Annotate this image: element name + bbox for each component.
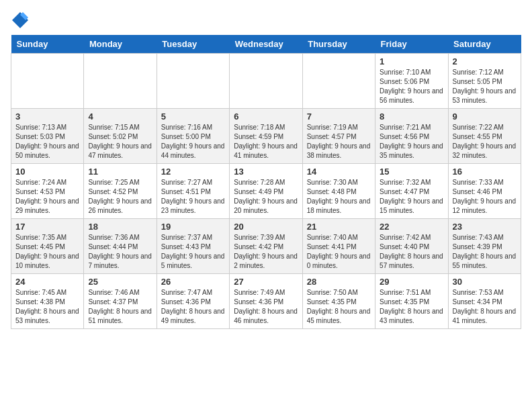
day-info: Sunrise: 7:51 AM Sunset: 4:35 PM Dayligh… xyxy=(380,288,443,326)
day-number: 30 xyxy=(453,277,517,287)
day-number: 2 xyxy=(453,56,517,66)
calendar-cell xyxy=(84,54,157,109)
calendar-cell: 21Sunrise: 7:40 AM Sunset: 4:41 PM Dayli… xyxy=(302,219,375,274)
calendar-week-row: 3Sunrise: 7:13 AM Sunset: 5:03 PM Daylig… xyxy=(11,109,521,164)
day-info: Sunrise: 7:37 AM Sunset: 4:43 PM Dayligh… xyxy=(161,233,225,271)
day-number: 20 xyxy=(234,222,298,232)
day-number: 22 xyxy=(380,222,443,232)
day-number: 9 xyxy=(453,111,517,122)
day-number: 3 xyxy=(15,111,79,122)
day-info: Sunrise: 7:35 AM Sunset: 4:45 PM Dayligh… xyxy=(15,233,79,271)
day-number: 15 xyxy=(380,167,443,177)
day-info: Sunrise: 7:19 AM Sunset: 4:57 PM Dayligh… xyxy=(307,123,371,161)
calendar-cell xyxy=(11,54,84,109)
day-number: 5 xyxy=(161,111,225,122)
day-info: Sunrise: 7:21 AM Sunset: 4:56 PM Dayligh… xyxy=(380,123,443,161)
day-info: Sunrise: 7:53 AM Sunset: 4:34 PM Dayligh… xyxy=(453,288,517,326)
day-info: Sunrise: 7:49 AM Sunset: 4:36 PM Dayligh… xyxy=(234,288,298,326)
calendar-week-row: 24Sunrise: 7:45 AM Sunset: 4:38 PM Dayli… xyxy=(11,274,521,329)
calendar-cell: 29Sunrise: 7:51 AM Sunset: 4:35 PM Dayli… xyxy=(375,274,448,329)
calendar-cell: 19Sunrise: 7:37 AM Sunset: 4:43 PM Dayli… xyxy=(157,219,229,274)
calendar-cell: 17Sunrise: 7:35 AM Sunset: 4:45 PM Dayli… xyxy=(11,219,84,274)
day-info: Sunrise: 7:50 AM Sunset: 4:35 PM Dayligh… xyxy=(307,288,371,326)
day-number: 18 xyxy=(88,222,152,232)
day-of-week-header: Friday xyxy=(375,35,448,54)
day-number: 7 xyxy=(307,111,371,122)
day-number: 14 xyxy=(307,167,371,177)
day-info: Sunrise: 7:32 AM Sunset: 4:47 PM Dayligh… xyxy=(380,178,443,216)
day-info: Sunrise: 7:43 AM Sunset: 4:39 PM Dayligh… xyxy=(453,233,517,271)
day-info: Sunrise: 7:13 AM Sunset: 5:03 PM Dayligh… xyxy=(15,123,79,161)
calendar-cell: 28Sunrise: 7:50 AM Sunset: 4:35 PM Dayli… xyxy=(302,274,375,329)
calendar-cell: 3Sunrise: 7:13 AM Sunset: 5:03 PM Daylig… xyxy=(11,109,84,164)
calendar-cell: 20Sunrise: 7:39 AM Sunset: 4:42 PM Dayli… xyxy=(230,219,302,274)
day-number: 24 xyxy=(15,277,79,287)
calendar-cell: 25Sunrise: 7:46 AM Sunset: 4:37 PM Dayli… xyxy=(84,274,157,329)
calendar-week-row: 10Sunrise: 7:24 AM Sunset: 4:53 PM Dayli… xyxy=(11,164,521,219)
calendar-header-row: SundayMondayTuesdayWednesdayThursdayFrid… xyxy=(11,35,521,54)
day-number: 28 xyxy=(307,277,371,287)
calendar-cell: 9Sunrise: 7:22 AM Sunset: 4:55 PM Daylig… xyxy=(448,109,521,164)
day-info: Sunrise: 7:45 AM Sunset: 4:38 PM Dayligh… xyxy=(15,288,79,326)
calendar-week-row: 1Sunrise: 7:10 AM Sunset: 5:06 PM Daylig… xyxy=(11,54,521,109)
day-number: 16 xyxy=(453,167,517,177)
day-number: 10 xyxy=(15,167,79,177)
day-number: 8 xyxy=(380,111,443,122)
day-info: Sunrise: 7:46 AM Sunset: 4:37 PM Dayligh… xyxy=(88,288,152,326)
calendar-cell: 26Sunrise: 7:47 AM Sunset: 4:36 PM Dayli… xyxy=(157,274,229,329)
day-of-week-header: Monday xyxy=(84,35,157,54)
calendar-cell: 30Sunrise: 7:53 AM Sunset: 4:34 PM Dayli… xyxy=(448,274,521,329)
calendar-cell: 4Sunrise: 7:15 AM Sunset: 5:02 PM Daylig… xyxy=(84,109,157,164)
calendar-cell: 1Sunrise: 7:10 AM Sunset: 5:06 PM Daylig… xyxy=(375,54,448,109)
calendar-cell xyxy=(230,54,302,109)
day-of-week-header: Wednesday xyxy=(230,35,302,54)
calendar-cell: 11Sunrise: 7:25 AM Sunset: 4:52 PM Dayli… xyxy=(84,164,157,219)
day-info: Sunrise: 7:40 AM Sunset: 4:41 PM Dayligh… xyxy=(307,233,371,271)
day-info: Sunrise: 7:22 AM Sunset: 4:55 PM Dayligh… xyxy=(453,123,517,161)
day-number: 29 xyxy=(380,277,443,287)
day-info: Sunrise: 7:24 AM Sunset: 4:53 PM Dayligh… xyxy=(15,178,79,216)
day-of-week-header: Thursday xyxy=(302,35,375,54)
day-number: 11 xyxy=(88,167,152,177)
logo-icon xyxy=(11,11,30,30)
calendar-table: SundayMondayTuesdayWednesdayThursdayFrid… xyxy=(11,35,521,329)
day-number: 26 xyxy=(161,277,225,287)
day-info: Sunrise: 7:33 AM Sunset: 4:46 PM Dayligh… xyxy=(453,178,517,216)
calendar-cell: 24Sunrise: 7:45 AM Sunset: 4:38 PM Dayli… xyxy=(11,274,84,329)
logo xyxy=(11,11,32,30)
calendar-cell: 2Sunrise: 7:12 AM Sunset: 5:05 PM Daylig… xyxy=(448,54,521,109)
calendar-cell: 23Sunrise: 7:43 AM Sunset: 4:39 PM Dayli… xyxy=(448,219,521,274)
calendar-cell: 10Sunrise: 7:24 AM Sunset: 4:53 PM Dayli… xyxy=(11,164,84,219)
day-info: Sunrise: 7:39 AM Sunset: 4:42 PM Dayligh… xyxy=(234,233,298,271)
calendar-cell: 27Sunrise: 7:49 AM Sunset: 4:36 PM Dayli… xyxy=(230,274,302,329)
day-of-week-header: Saturday xyxy=(448,35,521,54)
day-number: 13 xyxy=(234,167,298,177)
calendar-cell: 18Sunrise: 7:36 AM Sunset: 4:44 PM Dayli… xyxy=(84,219,157,274)
day-number: 21 xyxy=(307,222,371,232)
day-number: 25 xyxy=(88,277,152,287)
page-header xyxy=(11,11,521,30)
calendar-cell: 16Sunrise: 7:33 AM Sunset: 4:46 PM Dayli… xyxy=(448,164,521,219)
day-info: Sunrise: 7:47 AM Sunset: 4:36 PM Dayligh… xyxy=(161,288,225,326)
day-info: Sunrise: 7:10 AM Sunset: 5:06 PM Dayligh… xyxy=(380,68,443,105)
calendar-cell xyxy=(157,54,229,109)
day-number: 17 xyxy=(15,222,79,232)
calendar-cell: 15Sunrise: 7:32 AM Sunset: 4:47 PM Dayli… xyxy=(375,164,448,219)
day-info: Sunrise: 7:16 AM Sunset: 5:00 PM Dayligh… xyxy=(161,123,225,161)
day-number: 27 xyxy=(234,277,298,287)
day-info: Sunrise: 7:18 AM Sunset: 4:59 PM Dayligh… xyxy=(234,123,298,161)
day-info: Sunrise: 7:42 AM Sunset: 4:40 PM Dayligh… xyxy=(380,233,443,271)
calendar-cell: 5Sunrise: 7:16 AM Sunset: 5:00 PM Daylig… xyxy=(157,109,229,164)
calendar-cell: 12Sunrise: 7:27 AM Sunset: 4:51 PM Dayli… xyxy=(157,164,229,219)
calendar-cell: 13Sunrise: 7:28 AM Sunset: 4:49 PM Dayli… xyxy=(230,164,302,219)
day-number: 12 xyxy=(161,167,225,177)
calendar-cell: 8Sunrise: 7:21 AM Sunset: 4:56 PM Daylig… xyxy=(375,109,448,164)
calendar-cell: 6Sunrise: 7:18 AM Sunset: 4:59 PM Daylig… xyxy=(230,109,302,164)
day-of-week-header: Tuesday xyxy=(157,35,229,54)
day-number: 23 xyxy=(453,222,517,232)
day-of-week-header: Sunday xyxy=(11,35,84,54)
day-info: Sunrise: 7:27 AM Sunset: 4:51 PM Dayligh… xyxy=(161,178,225,216)
day-info: Sunrise: 7:28 AM Sunset: 4:49 PM Dayligh… xyxy=(234,178,298,216)
day-info: Sunrise: 7:30 AM Sunset: 4:48 PM Dayligh… xyxy=(307,178,371,216)
calendar-cell: 7Sunrise: 7:19 AM Sunset: 4:57 PM Daylig… xyxy=(302,109,375,164)
